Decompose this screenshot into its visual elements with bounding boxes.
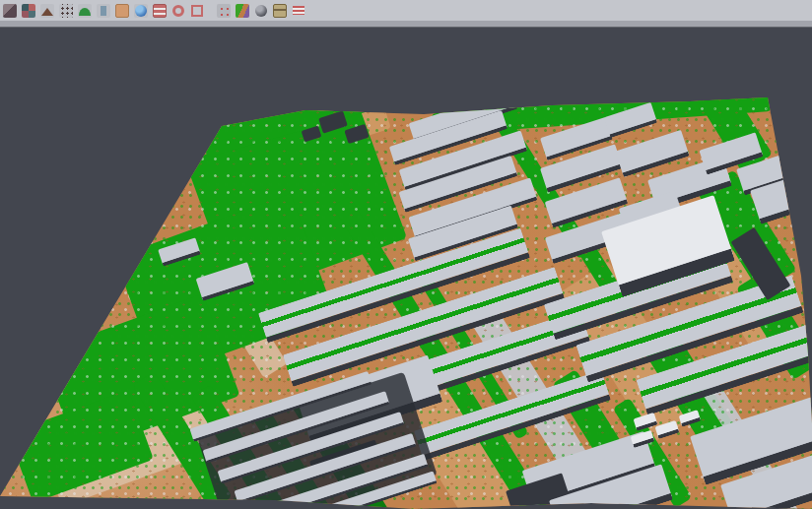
- zoom-region-icon: [190, 4, 204, 18]
- texture-icon: [273, 4, 287, 18]
- classify-icon: [22, 4, 35, 18]
- zoom-region-button[interactable]: [188, 2, 206, 20]
- toolbar: [0, 0, 812, 21]
- terrain-model: [0, 28, 812, 509]
- point-cloud-icon: [59, 4, 73, 18]
- target-button[interactable]: [169, 2, 187, 20]
- classification-map-button[interactable]: [234, 2, 251, 20]
- classification-map-icon: [236, 4, 249, 18]
- toolbar-divider: [0, 21, 812, 28]
- markers-icon: [217, 4, 231, 18]
- classify-button[interactable]: [20, 2, 37, 20]
- sphere-icon: [254, 4, 268, 18]
- point-cloud-button[interactable]: [57, 2, 75, 20]
- layers-button[interactable]: [151, 2, 169, 20]
- terrain-button[interactable]: [38, 2, 56, 20]
- globe-icon: [134, 4, 148, 18]
- target-icon: [171, 4, 185, 18]
- flag-button[interactable]: [290, 2, 307, 20]
- profile-button[interactable]: [95, 2, 112, 20]
- orthophoto-button[interactable]: [113, 2, 131, 20]
- sphere-button[interactable]: [252, 2, 270, 20]
- viewport-3d[interactable]: [0, 28, 812, 509]
- select-button[interactable]: [1, 2, 19, 20]
- select-icon: [3, 4, 17, 18]
- markers-button[interactable]: [215, 2, 233, 20]
- vegetation-patch: [8, 390, 154, 503]
- application-window: [0, 0, 812, 509]
- orthophoto-icon: [115, 4, 129, 18]
- globe-button[interactable]: [132, 2, 150, 20]
- texture-button[interactable]: [271, 2, 289, 20]
- flag-icon: [292, 4, 305, 18]
- vegetation-button[interactable]: [76, 2, 94, 20]
- vegetation-icon: [78, 4, 92, 18]
- layers-icon: [153, 4, 167, 18]
- profile-icon: [97, 4, 110, 18]
- terrain-icon: [40, 4, 54, 18]
